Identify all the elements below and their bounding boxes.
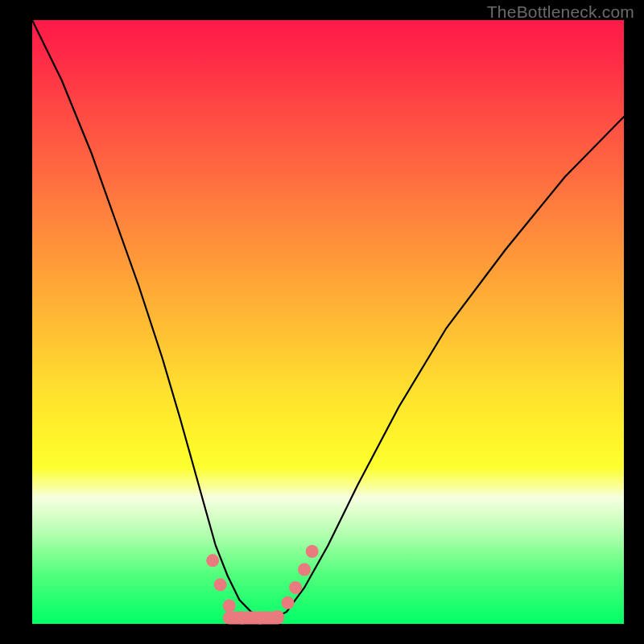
chart-plot-area [32,20,624,624]
bottleneck-curve [32,20,624,618]
watermark-text: TheBottleneck.com [487,2,634,22]
highlight-dot [306,545,319,558]
highlight-dot [254,612,266,625]
highlight-dots [206,545,319,625]
highlight-dot [206,554,219,567]
highlight-dot [236,612,249,625]
highlight-dot [223,600,236,613]
chart-frame: TheBottleneck.com [0,0,644,644]
highlight-dot [282,597,295,609]
highlight-dot [289,581,302,594]
highlight-dot [298,564,311,576]
chart-svg [32,20,624,624]
highlight-dot [214,578,227,591]
highlight-dot [271,610,284,623]
